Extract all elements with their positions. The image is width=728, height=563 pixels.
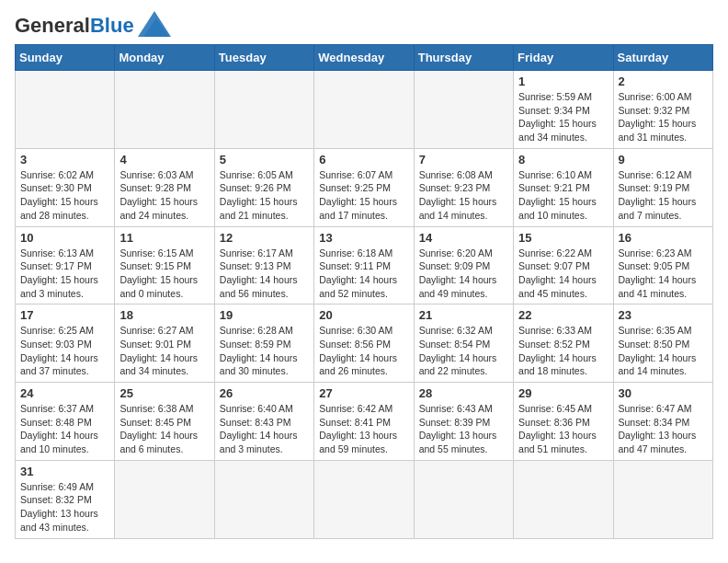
day-info: Sunrise: 6:30 AM Sunset: 8:56 PM Dayligh…: [319, 324, 408, 378]
calendar-cell: [115, 71, 214, 149]
calendar-cell: 28Sunrise: 6:43 AM Sunset: 8:39 PM Dayli…: [414, 383, 513, 461]
day-info: Sunrise: 6:47 AM Sunset: 8:34 PM Dayligh…: [619, 402, 708, 456]
logo-area: GeneralBlue: [15, 15, 171, 37]
day-number: 18: [119, 308, 209, 322]
calendar-cell: 1Sunrise: 5:59 AM Sunset: 9:34 PM Daylig…: [514, 71, 613, 149]
day-number: 6: [319, 153, 408, 167]
day-info: Sunrise: 6:28 AM Sunset: 8:59 PM Dayligh…: [220, 324, 309, 378]
logo-general: General: [15, 14, 90, 37]
day-number: 15: [518, 231, 608, 245]
day-info: Sunrise: 6:08 AM Sunset: 9:23 PM Dayligh…: [419, 168, 508, 223]
day-info: Sunrise: 6:33 AM Sunset: 8:52 PM Dayligh…: [518, 324, 608, 378]
day-number: 31: [20, 465, 109, 478]
calendar-cell: 7Sunrise: 6:08 AM Sunset: 9:23 PM Daylig…: [414, 148, 513, 226]
day-info: Sunrise: 6:45 AM Sunset: 8:36 PM Dayligh…: [518, 402, 608, 456]
calendar-cell: 27Sunrise: 6:42 AM Sunset: 8:41 PM Dayli…: [314, 383, 414, 461]
calendar-cell: 12Sunrise: 6:17 AM Sunset: 9:13 PM Dayli…: [214, 226, 313, 304]
calendar-cell: 6Sunrise: 6:07 AM Sunset: 9:25 PM Daylig…: [314, 148, 414, 226]
day-info: Sunrise: 6:35 AM Sunset: 8:50 PM Dayligh…: [619, 324, 708, 378]
day-number: 7: [419, 153, 508, 167]
day-info: Sunrise: 6:17 AM Sunset: 9:13 PM Dayligh…: [220, 247, 309, 301]
weekday-header-sunday: Sunday: [16, 45, 115, 71]
day-info: Sunrise: 6:40 AM Sunset: 8:43 PM Dayligh…: [220, 402, 309, 456]
day-number: 20: [319, 308, 408, 322]
day-info: Sunrise: 6:18 AM Sunset: 9:11 PM Dayligh…: [319, 247, 408, 301]
calendar-cell: 5Sunrise: 6:05 AM Sunset: 9:26 PM Daylig…: [214, 148, 313, 226]
calendar-cell: [414, 71, 513, 149]
calendar-cell: 23Sunrise: 6:35 AM Sunset: 8:50 PM Dayli…: [613, 304, 712, 383]
calendar-cell: [16, 71, 115, 149]
calendar-cell: 11Sunrise: 6:15 AM Sunset: 9:15 PM Dayli…: [115, 226, 214, 304]
day-info: Sunrise: 6:13 AM Sunset: 9:17 PM Dayligh…: [20, 247, 109, 301]
calendar-cell: 8Sunrise: 6:10 AM Sunset: 9:21 PM Daylig…: [514, 148, 613, 226]
day-info: Sunrise: 6:49 AM Sunset: 8:32 PM Dayligh…: [20, 480, 109, 534]
calendar-cell: 4Sunrise: 6:03 AM Sunset: 9:28 PM Daylig…: [115, 148, 214, 226]
day-number: 30: [619, 386, 708, 400]
day-number: 8: [518, 153, 608, 167]
weekday-header-thursday: Thursday: [414, 45, 513, 71]
calendar-cell: 25Sunrise: 6:38 AM Sunset: 8:45 PM Dayli…: [115, 383, 214, 461]
day-number: 28: [419, 386, 508, 400]
calendar-cell: 18Sunrise: 6:27 AM Sunset: 9:01 PM Dayli…: [115, 304, 214, 383]
day-number: 26: [220, 386, 309, 400]
calendar-cell: 14Sunrise: 6:20 AM Sunset: 9:09 PM Dayli…: [414, 226, 513, 304]
day-number: 13: [319, 231, 408, 245]
day-info: Sunrise: 6:38 AM Sunset: 8:45 PM Dayligh…: [119, 402, 209, 456]
calendar-cell: 19Sunrise: 6:28 AM Sunset: 8:59 PM Dayli…: [214, 304, 313, 383]
calendar-cell: 16Sunrise: 6:23 AM Sunset: 9:05 PM Dayli…: [613, 226, 712, 304]
calendar-cell: [514, 460, 613, 538]
day-info: Sunrise: 6:22 AM Sunset: 9:07 PM Dayligh…: [518, 247, 608, 301]
week-row-5: 24Sunrise: 6:37 AM Sunset: 8:48 PM Dayli…: [16, 383, 713, 461]
day-number: 1: [518, 75, 608, 88]
day-number: 24: [20, 386, 109, 400]
day-info: Sunrise: 6:07 AM Sunset: 9:25 PM Dayligh…: [319, 168, 408, 223]
week-row-6: 31Sunrise: 6:49 AM Sunset: 8:32 PM Dayli…: [16, 460, 713, 538]
day-number: 22: [518, 308, 608, 322]
day-info: Sunrise: 6:03 AM Sunset: 9:28 PM Dayligh…: [119, 168, 209, 223]
logo-blue: Blue: [90, 14, 134, 37]
day-number: 21: [419, 308, 508, 322]
calendar-cell: 21Sunrise: 6:32 AM Sunset: 8:54 PM Dayli…: [414, 304, 513, 383]
weekday-header-monday: Monday: [115, 45, 214, 71]
day-number: 10: [20, 231, 109, 245]
day-info: Sunrise: 6:05 AM Sunset: 9:26 PM Dayligh…: [220, 168, 309, 223]
day-info: Sunrise: 6:15 AM Sunset: 9:15 PM Dayligh…: [119, 247, 209, 301]
day-number: 3: [20, 153, 109, 167]
day-number: 16: [619, 231, 708, 245]
week-row-1: 1Sunrise: 5:59 AM Sunset: 9:34 PM Daylig…: [16, 71, 713, 149]
calendar-cell: [414, 460, 513, 538]
calendar-cell: 2Sunrise: 6:00 AM Sunset: 9:32 PM Daylig…: [613, 71, 712, 149]
calendar-cell: 29Sunrise: 6:45 AM Sunset: 8:36 PM Dayli…: [514, 383, 613, 461]
day-info: Sunrise: 6:37 AM Sunset: 8:48 PM Dayligh…: [20, 402, 109, 456]
calendar: SundayMondayTuesdayWednesdayThursdayFrid…: [15, 44, 713, 539]
day-number: 11: [119, 231, 209, 245]
day-number: 12: [220, 231, 309, 245]
day-info: Sunrise: 6:32 AM Sunset: 8:54 PM Dayligh…: [419, 324, 508, 378]
calendar-cell: 26Sunrise: 6:40 AM Sunset: 8:43 PM Dayli…: [214, 383, 313, 461]
calendar-cell: [613, 460, 712, 538]
calendar-cell: 17Sunrise: 6:25 AM Sunset: 9:03 PM Dayli…: [16, 304, 115, 383]
week-row-4: 17Sunrise: 6:25 AM Sunset: 9:03 PM Dayli…: [16, 304, 713, 383]
calendar-cell: 3Sunrise: 6:02 AM Sunset: 9:30 PM Daylig…: [16, 148, 115, 226]
weekday-header-friday: Friday: [514, 45, 613, 71]
week-row-3: 10Sunrise: 6:13 AM Sunset: 9:17 PM Dayli…: [16, 226, 713, 304]
calendar-cell: [115, 460, 214, 538]
day-number: 9: [619, 153, 708, 167]
logo-text: GeneralBlue: [15, 16, 134, 36]
day-info: Sunrise: 6:00 AM Sunset: 9:32 PM Dayligh…: [619, 90, 708, 144]
calendar-cell: 22Sunrise: 6:33 AM Sunset: 8:52 PM Dayli…: [514, 304, 613, 383]
day-number: 25: [119, 386, 209, 400]
day-number: 14: [419, 231, 508, 245]
calendar-cell: 24Sunrise: 6:37 AM Sunset: 8:48 PM Dayli…: [16, 383, 115, 461]
day-info: Sunrise: 6:25 AM Sunset: 9:03 PM Dayligh…: [20, 324, 109, 378]
calendar-cell: [314, 71, 414, 149]
calendar-cell: 31Sunrise: 6:49 AM Sunset: 8:32 PM Dayli…: [16, 460, 115, 538]
weekday-header-tuesday: Tuesday: [214, 45, 313, 71]
day-info: Sunrise: 6:02 AM Sunset: 9:30 PM Dayligh…: [20, 168, 109, 223]
header: GeneralBlue: [15, 15, 713, 37]
day-number: 2: [619, 75, 708, 88]
logo-icon: [138, 11, 171, 37]
day-info: Sunrise: 6:12 AM Sunset: 9:19 PM Dayligh…: [619, 168, 708, 223]
weekday-header-wednesday: Wednesday: [314, 45, 414, 71]
day-info: Sunrise: 6:43 AM Sunset: 8:39 PM Dayligh…: [419, 402, 508, 456]
